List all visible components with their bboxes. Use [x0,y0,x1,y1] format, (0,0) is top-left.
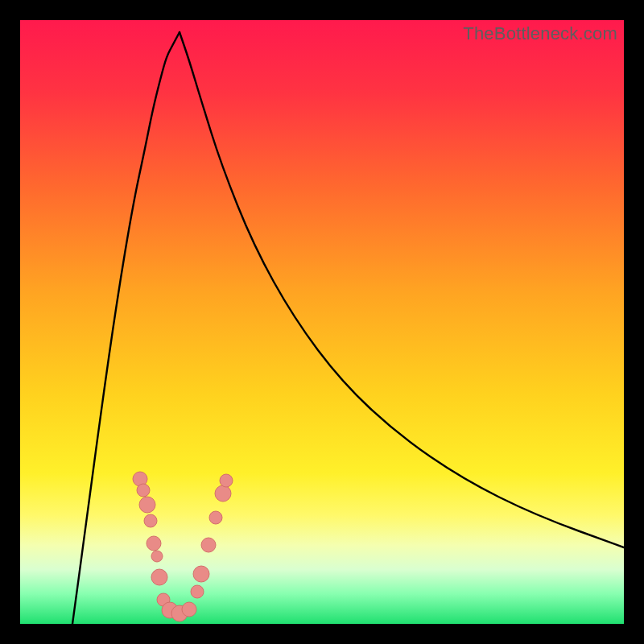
curve-marker [215,485,231,502]
plot-frame: TheBottleneck.com [20,20,624,624]
right-branch-curve [180,32,624,547]
curve-marker [209,511,222,524]
curve-marker [191,585,204,598]
curve-marker [220,474,233,487]
curve-marker [182,602,196,617]
curve-layer [20,20,624,624]
curve-marker [151,551,163,562]
curve-marker [139,497,155,513]
curve-marker [147,536,161,551]
curve-marker [193,566,209,582]
curve-marker [151,569,167,585]
curve-marker [137,484,150,497]
marker-group [133,472,233,621]
left-branch-curve [72,32,180,624]
curve-marker [144,514,157,527]
curve-marker [201,538,216,552]
